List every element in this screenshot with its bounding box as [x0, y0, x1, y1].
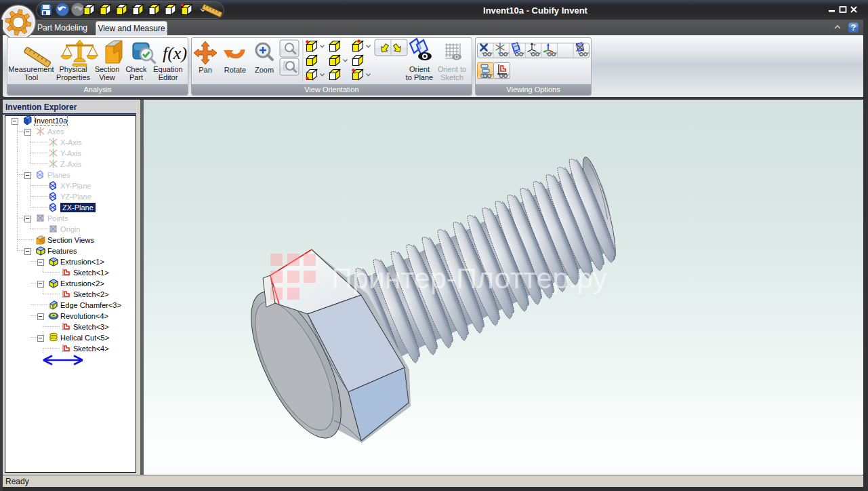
svg-text:?: ?	[851, 23, 856, 33]
svg-text:z: z	[533, 43, 535, 47]
svg-text:Принтер-Плоттер.ру: Принтер-Плоттер.ру	[331, 262, 608, 294]
svg-text:f(x): f(x)	[163, 43, 187, 63]
